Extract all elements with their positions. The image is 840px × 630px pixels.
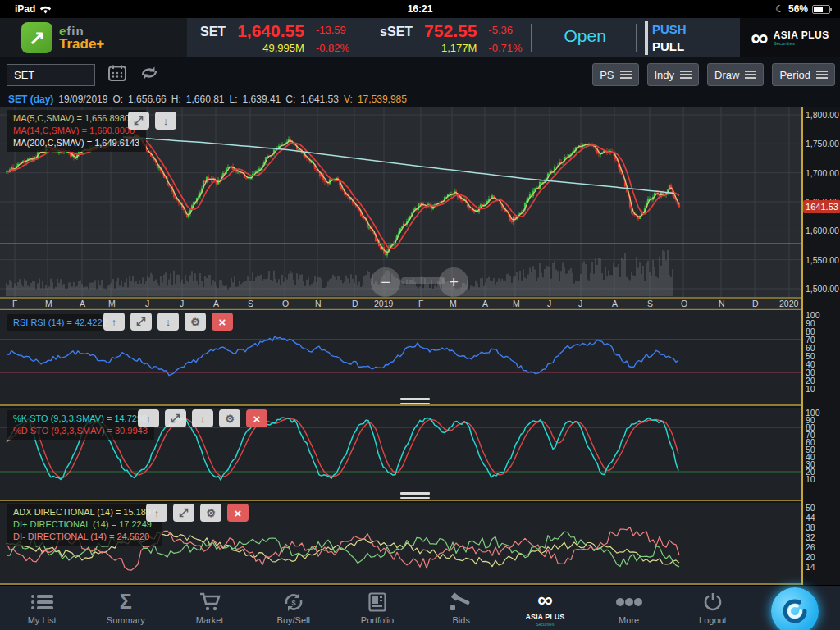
pull-toggle[interactable]: PULL <box>645 38 687 55</box>
brand-top: efin <box>59 25 104 37</box>
nav-item-label: Market <box>196 615 224 625</box>
battery-icon <box>812 5 830 14</box>
osc-tick: 10 <box>806 384 815 394</box>
high-label: H: <box>171 94 181 105</box>
nav-item-label: Logout <box>699 615 727 625</box>
chart-date: 19/09/2019 <box>58 94 107 105</box>
menu-button-label: Indy <box>655 69 675 81</box>
hamburger-icon <box>816 69 828 80</box>
hamburger-icon <box>680 69 692 80</box>
infinity-icon: ∞ <box>751 28 768 48</box>
gear-button[interactable]: ⚙ <box>219 409 240 427</box>
up-button[interactable]: ↑ <box>138 409 159 427</box>
zoom-out-button[interactable]: − <box>371 267 400 297</box>
indicator-label: %D STO (9,3,3,SMAV) = 30.9943 <box>13 425 148 437</box>
rsi-label-box: RSI RSI (14) = 42.4222 <box>7 314 114 331</box>
menu-button-label: Draw <box>714 69 739 81</box>
floating-action-button[interactable] <box>771 587 819 630</box>
month-tick: S <box>248 299 253 308</box>
last-price-badge: 1641.53 <box>803 200 840 213</box>
nav-item-market[interactable]: Market <box>167 586 251 630</box>
nav-item-my-list[interactable]: My List <box>0 586 84 630</box>
close-label: C: <box>285 94 295 105</box>
expand-button[interactable] <box>173 504 194 522</box>
month-tick: A <box>612 299 618 308</box>
month-tick: A <box>80 299 85 308</box>
nav-item-summary[interactable]: ΣSummary <box>84 586 167 630</box>
menu-button-label: Period <box>779 69 810 81</box>
osc-tick: 50 <box>806 503 815 513</box>
symbol-input[interactable] <box>7 64 95 86</box>
up-button[interactable]: ↑ <box>146 504 167 522</box>
bottom-nav: My ListΣSummaryMarket$Buy/SellPortfolioB… <box>0 585 840 630</box>
expand-button[interactable] <box>128 112 149 130</box>
refresh-icon[interactable] <box>139 65 159 84</box>
close-button[interactable]: × <box>212 313 233 331</box>
osc-tick: 44 <box>806 513 815 523</box>
draw-menu-button[interactable]: Draw <box>707 63 764 86</box>
high-value: 1,660.81 <box>186 94 225 105</box>
sset-volume: 1,177M <box>424 42 477 54</box>
osc-tick: 10 <box>806 474 815 484</box>
nav-item-bids[interactable]: Bids <box>419 586 503 630</box>
asiaplus-icon: ∞ <box>537 589 553 610</box>
moon-icon: ☾ <box>775 3 784 15</box>
month-tick: J <box>578 299 582 308</box>
set-quote[interactable]: SET 1,640.55 49,995M -13.59 -0.82% <box>187 18 349 57</box>
battery-percent: 56% <box>788 3 808 15</box>
nav-item-label: My List <box>28 615 57 625</box>
month-tick: A <box>213 299 219 308</box>
efin-arrow-icon: ↗ <box>21 22 52 53</box>
zoom-in-button[interactable]: + <box>439 267 468 297</box>
indy-menu-button[interactable]: Indy <box>647 63 700 86</box>
ps-menu-button[interactable]: PS <box>592 63 638 86</box>
month-tick: M <box>450 299 457 308</box>
month-tick: 2020 <box>779 299 798 308</box>
nav-item-portfolio[interactable]: Portfolio <box>336 586 419 630</box>
sset-change: -5.36 <box>488 24 522 36</box>
nav-item-buy-sell[interactable]: $Buy/Sell <box>252 586 336 630</box>
gavel-icon <box>450 591 472 613</box>
indicator-label: DI- DIRECTIONAL (14) = 24.5620 <box>13 531 156 543</box>
nav-item-logout[interactable]: Logout <box>671 586 755 630</box>
push-toggle[interactable]: PUSH <box>645 21 687 38</box>
set-change-pct: -0.82% <box>316 42 349 54</box>
up-button[interactable]: ↑ <box>103 313 125 331</box>
month-tick: J <box>180 299 184 308</box>
month-tick: A <box>482 299 488 308</box>
down-button[interactable]: ↓ <box>192 409 213 427</box>
ma-label-box: MA(5,C,SMAV) = 1,656.8980MA(14,C,SMAV) =… <box>7 110 146 152</box>
osc-tick: 38 <box>806 523 815 532</box>
close-button[interactable]: × <box>227 504 249 522</box>
sset-quote[interactable]: sSET 752.55 1,177M -5.36 -0.71% <box>367 18 522 57</box>
expand-button[interactable] <box>165 409 186 427</box>
down-button[interactable]: ↓ <box>155 112 176 130</box>
set-volume: 49,995M <box>237 42 304 54</box>
device-label: iPad <box>15 3 35 15</box>
broker-logo: ∞ ASIA PLUS Securities <box>740 18 840 57</box>
nav-item-sublabel: Securities <box>536 622 554 627</box>
expand-button[interactable] <box>130 313 152 331</box>
period-menu-button[interactable]: Period <box>772 63 835 86</box>
close-button[interactable]: × <box>246 409 267 427</box>
gear-button[interactable]: ⚙ <box>200 504 221 522</box>
down-button[interactable]: ↓ <box>158 313 179 331</box>
hamburger-icon <box>620 69 632 80</box>
open-label: O: <box>112 94 123 105</box>
osc-tick: 26 <box>806 542 815 552</box>
calendar-icon[interactable] <box>108 65 126 84</box>
rsi-resize-grip[interactable] <box>400 398 430 407</box>
status-bar: iPad 16:21 ☾ 56% <box>0 0 840 18</box>
buysell-icon: $ <box>282 591 305 613</box>
broker-sub: Securities <box>774 41 829 46</box>
gear-button[interactable]: ⚙ <box>185 313 206 331</box>
market-status: Open <box>564 26 606 57</box>
brand-logo[interactable]: ↗ efin Trade+ <box>0 18 187 57</box>
sto-resize-grip[interactable] <box>400 492 430 501</box>
low-label: L: <box>230 94 238 105</box>
month-tick: O <box>282 299 289 308</box>
open-value: 1,656.66 <box>128 94 167 105</box>
nav-item-more[interactable]: More <box>587 586 671 630</box>
nav-item-asia-plus[interactable]: ∞ASIA PLUSSecurities <box>503 586 587 630</box>
broker-name: ASIA PLUS <box>774 30 829 41</box>
